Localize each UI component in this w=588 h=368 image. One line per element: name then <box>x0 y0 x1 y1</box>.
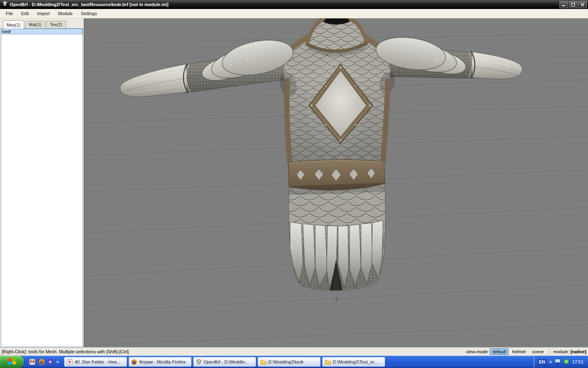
firefox-icon <box>131 359 138 365</box>
menu-file[interactable]: File <box>2 9 17 18</box>
maximize-button[interactable] <box>569 1 577 8</box>
taskbar-button-openbrf[interactable]: OpenBrf - D:/Moddin... <box>193 357 256 367</box>
resource-panel: Mes(1) Mat(1) Tex(2) kedr <box>0 18 84 347</box>
quick-launch: » <box>25 358 62 366</box>
view-mode-area: view-mode: default helmet scene module: … <box>466 348 586 355</box>
main-area: Mes(1) Mat(1) Tex(2) kedr <box>0 18 588 347</box>
menu-import[interactable]: Import <box>33 9 54 18</box>
folder-icon <box>325 359 331 365</box>
language-indicator[interactable]: EN <box>538 359 546 365</box>
list-item-kedr[interactable]: kedr <box>1 29 82 34</box>
window-controls <box>559 1 587 8</box>
windows-logo-icon <box>7 357 17 367</box>
winamp-icon <box>67 359 73 365</box>
tab-textures[interactable]: Tex(2) <box>46 21 66 28</box>
taskbar-button-folder-kedr[interactable]: D:\Modding2\kedr <box>258 357 321 367</box>
viewport-3d[interactable] <box>84 18 588 347</box>
menu-module[interactable]: Module <box>54 9 77 18</box>
quicklaunch-app-icon[interactable] <box>29 358 36 366</box>
tray-collapse-chevron[interactable]: < <box>549 359 552 364</box>
origin-marker <box>334 296 339 302</box>
taskbar: » 40. Don Felder - Hea... Форум - Mozill… <box>0 356 588 368</box>
armor-mesh-preview <box>84 18 588 347</box>
resource-tabs: Mes(1) Mat(1) Tex(2) <box>1 19 83 28</box>
module-value: [native] <box>570 349 586 354</box>
menubar: File Edit Import Module Settings <box>0 9 588 18</box>
taskbar-button-folder-test[interactable]: D:\Modding2\Test_or... <box>322 357 385 367</box>
taskbar-button-firefox[interactable]: Форум - Mozilla Firefox <box>129 357 192 367</box>
openbrf-window: OpenBrf - D:/Modding2/Test_orc_last/Reso… <box>0 0 588 368</box>
status-hint: [Right-Click]: tools for Mesh. Multiple … <box>2 349 130 354</box>
app-icon <box>2 1 8 8</box>
module-label: module: <box>553 349 569 354</box>
status-separator <box>550 349 550 355</box>
window-title: OpenBrf - D:/Modding2/Test_orc_last/Reso… <box>10 2 557 7</box>
quicklaunch-media-player-icon[interactable] <box>47 358 54 366</box>
folder-icon <box>260 359 267 365</box>
close-button[interactable] <box>578 1 587 8</box>
quicklaunch-firefox-icon[interactable] <box>38 358 45 366</box>
display-tray-icon[interactable] <box>555 359 561 365</box>
openbrf-icon <box>196 359 202 365</box>
view-mode-helmet-button[interactable]: helmet <box>510 348 528 355</box>
menu-edit[interactable]: Edit <box>17 9 33 18</box>
minimize-button[interactable] <box>559 1 568 8</box>
view-mode-label: view-mode: <box>466 349 489 354</box>
statusbar: [Right-Click]: tools for Mesh. Multiple … <box>0 347 588 356</box>
armor-model <box>120 18 522 291</box>
menu-settings[interactable]: Settings <box>77 9 101 18</box>
titlebar: OpenBrf - D:/Modding2/Test_orc_last/Reso… <box>0 0 588 9</box>
clock[interactable]: 17:51 <box>572 359 584 364</box>
system-tray: EN < 17:51 <box>534 356 588 368</box>
taskbar-button-winamp[interactable]: 40. Don Felder - Hea... <box>64 357 127 367</box>
tab-meshes[interactable]: Mes(1) <box>3 20 24 29</box>
view-mode-scene-button[interactable]: scene <box>529 348 546 355</box>
tab-materials[interactable]: Mat(1) <box>25 21 45 28</box>
mesh-list[interactable]: kedr <box>1 28 83 347</box>
view-mode-default-button[interactable]: default <box>490 348 508 355</box>
antivirus-tray-icon[interactable] <box>564 359 569 365</box>
start-button[interactable] <box>0 356 24 368</box>
quicklaunch-overflow-chevron[interactable]: » <box>56 359 60 365</box>
